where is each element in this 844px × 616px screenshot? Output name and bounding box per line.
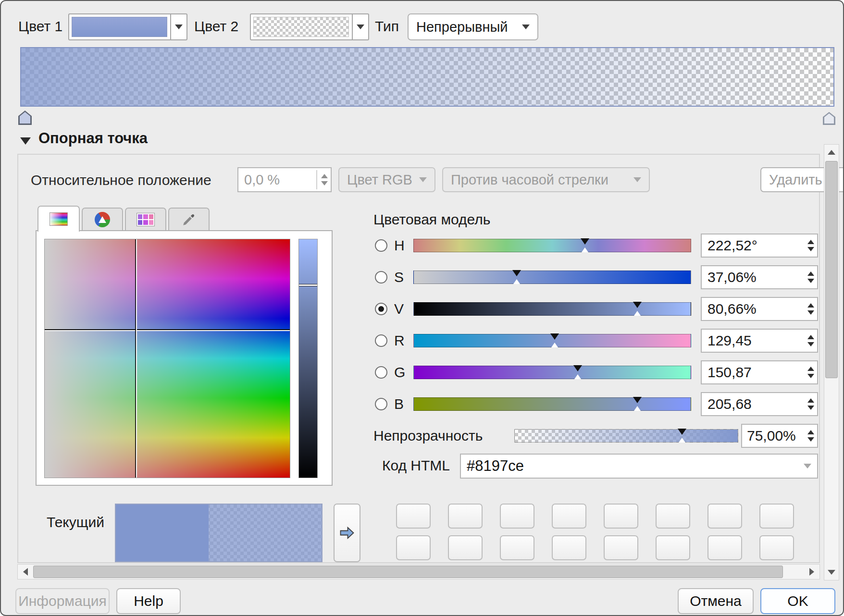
step-up-icon — [807, 303, 814, 308]
color-mode-dropdown[interactable]: Цвет RGB — [338, 167, 435, 192]
blue-slider[interactable] — [413, 397, 691, 411]
blue-value-field[interactable]: 205,68 — [701, 392, 818, 416]
green-radio[interactable] — [375, 366, 387, 379]
tab-eyedropper[interactable] — [168, 208, 210, 231]
tab-color-wheel[interactable] — [82, 208, 123, 231]
vertical-scrollbar[interactable] — [824, 144, 839, 580]
color1-swatch — [72, 17, 167, 37]
red-value-field[interactable]: 129,45 — [701, 329, 818, 353]
palette-swatch[interactable] — [500, 535, 534, 560]
value-slider[interactable] — [413, 302, 691, 316]
store-color-button[interactable] — [334, 504, 360, 562]
palette-swatch[interactable] — [396, 504, 431, 529]
opacity-label: Непрозрачность — [373, 428, 483, 444]
step-up-icon — [807, 367, 814, 371]
opacity-value: 75,00% — [747, 428, 796, 444]
palette-swatch[interactable] — [604, 535, 638, 560]
palette-swatch[interactable] — [604, 504, 638, 529]
palette-swatch[interactable] — [656, 535, 690, 560]
ok-button[interactable]: OK — [760, 588, 835, 614]
green-slider[interactable] — [413, 366, 691, 379]
tab-color-square[interactable] — [37, 206, 80, 232]
red-radio[interactable] — [375, 334, 387, 347]
relative-position-value: 0,0 % — [244, 172, 280, 188]
disclosure-triangle-icon[interactable] — [20, 137, 31, 145]
chevron-down-icon[interactable] — [804, 464, 811, 468]
blue-stepper[interactable] — [807, 398, 814, 410]
palette-swatch[interactable] — [552, 535, 586, 560]
green-row: G 150,87 — [371, 360, 823, 384]
color2-dropdown[interactable] — [250, 13, 369, 40]
slider-marker-top[interactable] — [512, 270, 521, 276]
slider-marker-top[interactable] — [550, 333, 559, 340]
slider-marker-top[interactable] — [573, 365, 582, 371]
color1-dropdown-arrow[interactable] — [170, 14, 186, 39]
opacity-stepper[interactable] — [807, 430, 814, 442]
scroll-right-button[interactable] — [805, 565, 819, 579]
html-code-field-wrap — [460, 454, 818, 479]
tab-palette[interactable] — [125, 208, 166, 231]
color2-dropdown-arrow[interactable] — [352, 14, 368, 39]
value-slider-vertical[interactable] — [298, 239, 318, 478]
palette-swatch[interactable] — [707, 504, 742, 529]
value-stepper[interactable] — [807, 303, 814, 315]
green-stepper[interactable] — [807, 367, 814, 378]
scroll-up-button[interactable] — [824, 146, 839, 159]
saturation-stepper[interactable] — [807, 271, 814, 283]
color1-dropdown[interactable] — [68, 13, 187, 40]
hue-saturation-square[interactable] — [44, 239, 290, 478]
red-slider[interactable] — [413, 334, 691, 347]
palette-swatch[interactable] — [448, 535, 483, 560]
saturation-slider[interactable] — [413, 271, 691, 284]
palette-swatch[interactable] — [656, 504, 690, 529]
palette-swatch[interactable] — [759, 535, 794, 560]
palette-swatch[interactable] — [448, 504, 483, 529]
gradient-stop-start[interactable] — [18, 111, 32, 125]
palette-swatch[interactable] — [552, 504, 586, 529]
scroll-left-button[interactable] — [19, 565, 32, 579]
slider-marker-top[interactable] — [581, 238, 589, 245]
type-dropdown[interactable]: Непрерывный — [408, 13, 538, 40]
slider-marker-top[interactable] — [633, 397, 642, 403]
opacity-slider[interactable] — [514, 429, 738, 443]
position-stepper[interactable] — [316, 170, 328, 189]
information-button[interactable]: Информация — [15, 588, 110, 614]
red-stepper[interactable] — [807, 335, 814, 346]
horizontal-scroll-thumb[interactable] — [33, 566, 783, 578]
hue-value-field[interactable]: 222,52° — [701, 234, 818, 258]
hue-radio[interactable] — [375, 239, 387, 252]
green-value-field[interactable]: 150,87 — [701, 360, 818, 384]
palette-swatch[interactable] — [759, 504, 794, 529]
slider-marker-bottom — [582, 247, 588, 252]
value-slider-marker[interactable] — [299, 284, 317, 286]
palette-swatch[interactable] — [396, 535, 431, 560]
color2-label: Цвет 2 — [194, 18, 238, 35]
opacity-value-field[interactable]: 75,00% — [741, 424, 818, 448]
value-value-field[interactable]: 80,66% — [701, 297, 818, 321]
saturation-letter: S — [394, 269, 404, 285]
gradient-stop-end[interactable] — [823, 112, 835, 125]
horizontal-scrollbar[interactable] — [17, 564, 820, 579]
html-code-input[interactable] — [467, 457, 804, 475]
direction-dropdown[interactable]: Против часовой стрелки — [442, 167, 650, 192]
saturation-value-field[interactable]: 37,06% — [701, 265, 818, 289]
relative-position-field[interactable]: 0,0 % — [237, 167, 332, 192]
help-button[interactable]: Help — [116, 588, 181, 614]
color-model-heading: Цветовая модель — [373, 211, 490, 228]
blue-radio[interactable] — [375, 398, 387, 410]
gradient-editor-dialog: Цвет 1 Цвет 2 Тип Непрерывный Опорная то… — [0, 0, 844, 616]
slider-marker-top[interactable] — [678, 429, 686, 435]
vertical-scroll-thumb[interactable] — [825, 161, 838, 378]
palette-swatch[interactable] — [707, 535, 742, 560]
scroll-down-button[interactable] — [824, 566, 839, 579]
value-radio[interactable] — [375, 303, 387, 315]
step-down-icon — [807, 247, 814, 251]
slider-marker-bottom — [634, 311, 641, 316]
slider-marker-top[interactable] — [633, 302, 642, 308]
gradient-preview[interactable] — [20, 47, 834, 107]
saturation-radio[interactable] — [375, 271, 387, 283]
hue-slider[interactable] — [413, 239, 691, 252]
cancel-button[interactable]: Отмена — [678, 588, 754, 614]
palette-swatch[interactable] — [500, 504, 534, 529]
hue-stepper[interactable] — [807, 240, 814, 251]
